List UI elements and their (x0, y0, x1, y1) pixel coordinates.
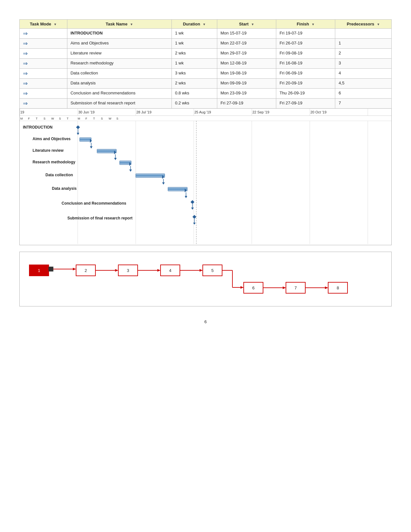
svg-marker-32 (77, 133, 79, 135)
svg-text:30 Jun '19: 30 Jun '19 (78, 110, 94, 114)
gantt-chart-section: 19 30 Jun '19 28 Jul '19 25 Aug '19 22 S… (19, 109, 392, 245)
table-cell-duration: 3 wks (171, 69, 217, 79)
table-cell-finish: Fri 09-08-19 (276, 49, 335, 59)
table-cell-predecessors: 4 (335, 69, 392, 79)
svg-rect-68 (49, 267, 53, 271)
sort-arrow-pred[interactable]: ▼ (377, 23, 380, 26)
svg-marker-74 (115, 269, 118, 272)
table-cell-start: Mon 09-09-19 (217, 79, 276, 89)
table-cell-predecessors: 6 (335, 89, 392, 99)
svg-marker-61 (191, 208, 194, 210)
svg-text:F: F (28, 117, 30, 120)
table-cell-mode: ⇒ (20, 29, 67, 39)
table-cell-mode: ⇒ (20, 69, 67, 79)
table-cell-finish: Fri 19-07-19 (276, 29, 335, 39)
svg-text:2: 2 (84, 268, 87, 273)
svg-marker-63 (192, 215, 196, 219)
sort-arrow-name[interactable]: ▼ (130, 23, 133, 26)
table-cell-mode: ⇒ (20, 49, 67, 59)
task-mode-icon: ⇒ (23, 101, 28, 106)
table-cell-start: Mon 23-09-19 (217, 89, 276, 99)
table-cell-mode: ⇒ (20, 39, 67, 49)
svg-text:5: 5 (211, 268, 213, 273)
table-cell-name: Aims and Objectives (67, 39, 171, 49)
table-cell-duration: 2 wks (171, 49, 217, 59)
table-cell-finish: Fri 20-09-19 (276, 79, 335, 89)
svg-rect-14 (20, 116, 392, 121)
table-cell-predecessors: 2 (335, 49, 392, 59)
th-name: Task Name ▼ (67, 20, 171, 29)
svg-marker-70 (73, 268, 76, 270)
th-finish: Finish ▼ (276, 20, 335, 29)
svg-rect-54 (168, 187, 187, 191)
svg-text:20 Oct '19: 20 Oct '19 (310, 110, 327, 114)
svg-marker-52 (162, 182, 165, 185)
svg-text:6: 6 (252, 285, 254, 290)
svg-rect-49 (136, 174, 165, 178)
table-cell-start: Mon 19-08-19 (217, 69, 276, 79)
svg-text:W: W (109, 117, 112, 120)
svg-text:19: 19 (20, 110, 24, 114)
sort-arrow-duration[interactable]: ▼ (202, 23, 206, 26)
svg-text:4: 4 (169, 268, 171, 273)
table-cell-start: Mon 15-07-19 (217, 29, 276, 39)
th-mode: Task Mode ▼ (20, 20, 67, 29)
table-cell-finish: Fri 26-07-19 (276, 39, 335, 49)
sort-arrow-mode[interactable]: ▼ (54, 23, 57, 26)
table-cell-duration: 0.8 wks (171, 89, 217, 99)
table-cell-predecessors: 1 (335, 39, 392, 49)
svg-marker-37 (90, 146, 93, 149)
svg-marker-65 (193, 223, 196, 225)
task-mode-icon: ⇒ (23, 51, 28, 56)
svg-text:W: W (51, 117, 54, 120)
task-mode-icon: ⇒ (23, 91, 28, 96)
task-mode-icon: ⇒ (23, 61, 28, 66)
table-cell-name: Data collection (67, 69, 171, 79)
svg-text:28 Jul '19: 28 Jul '19 (136, 110, 152, 114)
svg-marker-92 (283, 286, 286, 289)
svg-text:F: F (85, 117, 87, 120)
table-cell-start: Mon 22-07-19 (217, 39, 276, 49)
svg-rect-39 (97, 149, 116, 153)
svg-text:Conclusion and Recommendations: Conclusion and Recommendations (62, 201, 126, 206)
gantt-table: Task Mode ▼ Task Name ▼ Duration ▼ Start… (19, 19, 392, 109)
task-mode-icon: ⇒ (23, 41, 28, 46)
table-cell-finish: Fri 06-09-19 (276, 69, 335, 79)
sort-arrow-finish[interactable]: ▼ (311, 23, 315, 26)
sort-arrow-start[interactable]: ▼ (251, 23, 254, 26)
svg-text:M: M (78, 117, 80, 120)
table-cell-duration: 2 wks (171, 79, 217, 89)
table-cell-mode: ⇒ (20, 99, 67, 109)
svg-text:Research methodology: Research methodology (33, 160, 75, 164)
task-mode-icon: ⇒ (23, 71, 28, 76)
task-mode-icon: ⇒ (23, 81, 28, 86)
table-cell-name: Research methodology (67, 59, 171, 69)
svg-marker-30 (76, 125, 80, 129)
table-cell-start: Mon 29-07-19 (217, 49, 276, 59)
table-cell-mode: ⇒ (20, 89, 67, 99)
svg-marker-82 (200, 269, 203, 272)
svg-text:Data analysis: Data analysis (52, 186, 77, 191)
table-cell-start: Fri 27-09-19 (217, 99, 276, 109)
table-cell-finish: Fri 27-09-19 (276, 99, 335, 109)
table-cell-name: Literature review (67, 49, 171, 59)
table-cell-duration: 1 wk (171, 39, 217, 49)
svg-text:Literature review: Literature review (33, 148, 64, 153)
table-cell-name: Conclusion and Recommendations (67, 89, 171, 99)
table-cell-start: Mon 12-08-19 (217, 59, 276, 69)
table-cell-predecessors: 3 (335, 59, 392, 69)
svg-text:S: S (116, 117, 118, 120)
svg-text:1: 1 (38, 268, 40, 273)
svg-marker-96 (325, 286, 328, 289)
table-cell-predecessors: 7 (335, 99, 392, 109)
svg-rect-34 (80, 138, 91, 141)
table-cell-finish: Fri 16-08-19 (276, 59, 335, 69)
svg-text:22 Sep '19: 22 Sep '19 (252, 110, 269, 114)
table-cell-name: INTRODUCTION (67, 29, 171, 39)
svg-text:25 Aug '19: 25 Aug '19 (194, 110, 211, 114)
svg-text:M: M (20, 117, 23, 120)
table-cell-duration: 0.2 wks (171, 99, 217, 109)
svg-text:8: 8 (337, 285, 339, 290)
svg-text:T: T (93, 117, 95, 120)
table-cell-name: Data analysis (67, 79, 171, 89)
